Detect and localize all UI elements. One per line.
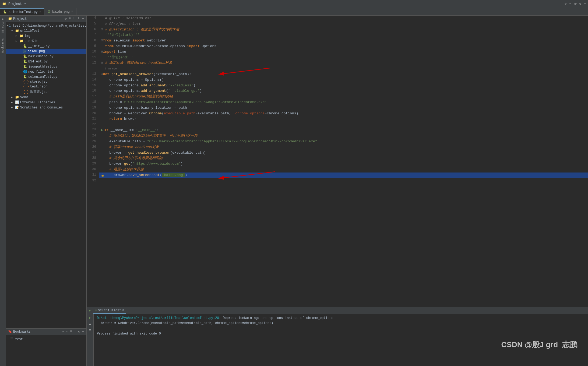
code-line-17: 17 # path是我们chrome浏览器的绝对路径: [87, 94, 588, 100]
code-line-28: 28 # 其余使用方法和有界面是相同的: [87, 156, 588, 161]
tab-close-baidu[interactable]: ×: [71, 10, 73, 13]
py-icon-tree: 🐍: [23, 44, 27, 48]
close-bookmark-icon[interactable]: —: [82, 330, 84, 334]
tree-item-scratches[interactable]: ▶ 📝 Scratches and Consoles: [6, 105, 86, 110]
json-icon-tree: { }: [23, 90, 29, 94]
project-panel-title: Project: [13, 17, 27, 21]
tree-item-basicusing[interactable]: 🐍 basicUsing.py: [6, 54, 86, 59]
bookmarks-header: 🔖 Bookmarks ⊕ ✏ ≡ ↕ ⚙ —: [6, 329, 86, 335]
code-line-29: 29 brower.get('https://www.baidu.com'): [87, 161, 588, 167]
tree-label: test D:\biancheng\PycharmProjects\test: [13, 24, 86, 28]
bottom-panel: ▶ ● seleniumTest × ▶ ▲ ▼ D:\biancheng\Py…: [87, 307, 588, 366]
tree-item-store-json[interactable]: { } store.json: [6, 79, 86, 84]
gear-bookmark-icon[interactable]: ⚙: [78, 330, 80, 334]
code-scroll[interactable]: 4 # @File : seleniumTest 5 # @Project : …: [87, 16, 588, 307]
file-tree: ▼ 🗂 test D:\biancheng\PycharmProjects\te…: [6, 22, 86, 328]
code-line-23: 23 ▶if __name__ == '__main__':: [87, 127, 588, 133]
line-number: 15: [87, 83, 99, 89]
line-number: 31: [87, 173, 99, 178]
folder-icon-tree: 📁: [19, 39, 23, 43]
bookmarks-section: 🔖 Bookmarks ⊕ ✏ ≡ ↕ ⚙ — ☰ test: [6, 328, 86, 366]
bottom-left-icons: ▶ ▲ ▼: [87, 314, 94, 366]
tree-label: jsonpathTest.py: [28, 65, 57, 69]
line-content: chrome_options.add_argument('--headless'…: [99, 83, 588, 89]
tree-item-ext-libs[interactable]: ▶ 📊 External Libraries: [6, 100, 86, 105]
tab-seleniumtest[interactable]: 🐍 seleniumTest.py ×: [0, 8, 44, 15]
tree-item-jsonpathtest[interactable]: 🐍 jsonpathTest.py: [6, 64, 86, 69]
code-line-22: 22: [87, 122, 588, 127]
line-content: # @File : seleniumTest: [99, 16, 588, 21]
line-number: 10: [87, 49, 99, 55]
minimize-icon[interactable]: —: [584, 2, 586, 6]
tree-item-bs4test[interactable]: 🐍 BS4Test.py: [6, 59, 86, 64]
run-tab-seleniumtest[interactable]: ● seleniumTest ×: [93, 307, 126, 314]
add-bookmark-icon[interactable]: ⊕: [62, 330, 64, 334]
code-line-31: 31 🔒 brower.save_screenshot('baidu.png'): [87, 173, 588, 178]
bookmark-label: test: [15, 337, 23, 341]
folder-icon-tree: 📁: [15, 29, 19, 33]
line-number: 27: [87, 150, 99, 156]
tree-item-userdir[interactable]: ▶ 📁 userDir: [6, 38, 86, 44]
code-line-27: 27 brower = get_headless_browser(executa…: [87, 150, 588, 156]
line-number: 16: [87, 88, 99, 94]
line-number: 17: [87, 94, 99, 100]
edit-bookmark-icon[interactable]: ✏: [66, 330, 68, 334]
refresh-icon[interactable]: ⟳: [574, 2, 577, 6]
sort-icon[interactable]: ≡: [69, 17, 71, 21]
bookmarks-vert-label[interactable]: Bookmarks: [1, 38, 4, 53]
settings-icon[interactable]: ⋮: [77, 17, 80, 21]
dropdown-arrow[interactable]: ▾: [24, 2, 26, 6]
tab-close-seleniumtest[interactable]: ×: [39, 10, 41, 13]
expand-icon[interactable]: ↕: [73, 17, 75, 21]
line-content: return brower: [99, 116, 588, 122]
bookmarks-title: Bookmarks: [13, 330, 31, 334]
code-line-usage: 1 usage: [87, 66, 588, 72]
line-number: 5: [87, 21, 99, 27]
scroll-up-icon[interactable]: ▲: [89, 322, 91, 326]
tree-item-baidu-png[interactable]: 🖼 baidu.png: [6, 49, 86, 54]
close-panel-icon[interactable]: —: [82, 17, 84, 21]
json-icon-tree: { }: [23, 80, 29, 84]
line-content: chrome_options.binary_location = path: [99, 105, 588, 111]
run-tab-close[interactable]: ×: [122, 308, 124, 312]
code-line-6: 6 ⊞ # @Description : 在这里书写本文件的作用: [87, 27, 588, 33]
line-number: [87, 66, 99, 72]
line-number: 12: [87, 60, 99, 66]
line-number: 21: [87, 116, 99, 122]
tree-item-new-file-html[interactable]: 🌐 new_file.html: [6, 69, 86, 74]
tree-item-taopiaopiao-json[interactable]: { } 淘票票.json: [6, 89, 86, 95]
code-line-16: 16 chrome_options.add_argument('--disabl…: [87, 88, 588, 94]
folder-icon: 📁: [8, 17, 12, 21]
tree-item-test-json[interactable]: { } test.json: [6, 84, 86, 89]
list-bookmark-icon[interactable]: ≡: [70, 330, 72, 334]
cog-icon[interactable]: ⚙: [65, 17, 66, 21]
scroll-down-icon[interactable]: ▼: [89, 328, 91, 332]
list-icon[interactable]: ≡: [569, 2, 571, 6]
tree-item-venv[interactable]: ▶ 📁 venv: [6, 95, 86, 100]
line-content: '''导包(end)''': [99, 55, 588, 61]
code-line-8: 8 ⊞from selenium import webdriver: [87, 38, 588, 44]
tree-item-img[interactable]: ▶ 📁 img: [6, 33, 86, 38]
run-output: D:\biancheng\PycharmProjects\test\urllib…: [94, 314, 588, 366]
line-number: 11: [87, 55, 99, 61]
sort-bookmark-icon[interactable]: ↕: [74, 330, 76, 334]
line-content: ▶if __name__ == '__main__':: [99, 127, 588, 133]
line-number: 19: [87, 105, 99, 111]
tab-baidu[interactable]: 🖼 baidu.png ×: [44, 8, 76, 15]
run-warning: DeprecationWarning: use options instead …: [223, 316, 333, 320]
tree-item-urllibtest[interactable]: ▼ 📁 urllibTest: [6, 28, 86, 33]
bookmark-icon: 🔖: [8, 330, 12, 334]
bookmarks-icons: ⊕ ✏ ≡ ↕ ⚙ —: [62, 330, 84, 334]
tree-item-seleniumtest[interactable]: 🐍 seleniumTest.py: [6, 74, 86, 79]
bookmark-item-test[interactable]: ☰ test: [9, 337, 83, 342]
tree-label: 淘票票.json: [30, 90, 50, 94]
code-line-21: 21 return brower: [87, 116, 588, 122]
tree-item-test[interactable]: ▼ 🗂 test D:\biancheng\PycharmProjects\te…: [6, 23, 86, 28]
code-line-32: 32: [87, 178, 588, 183]
gear-icon[interactable]: ⚙: [579, 2, 581, 6]
target-icon[interactable]: ⊙: [565, 2, 566, 6]
tree-item-init[interactable]: 🐍 __init__.py: [6, 44, 86, 49]
code-line-12: 12 ⊞ # 固定写法，获取chrome headless对象: [87, 60, 588, 66]
structure-label[interactable]: Structure: [1, 18, 4, 33]
play-icon[interactable]: ▶: [89, 316, 91, 320]
